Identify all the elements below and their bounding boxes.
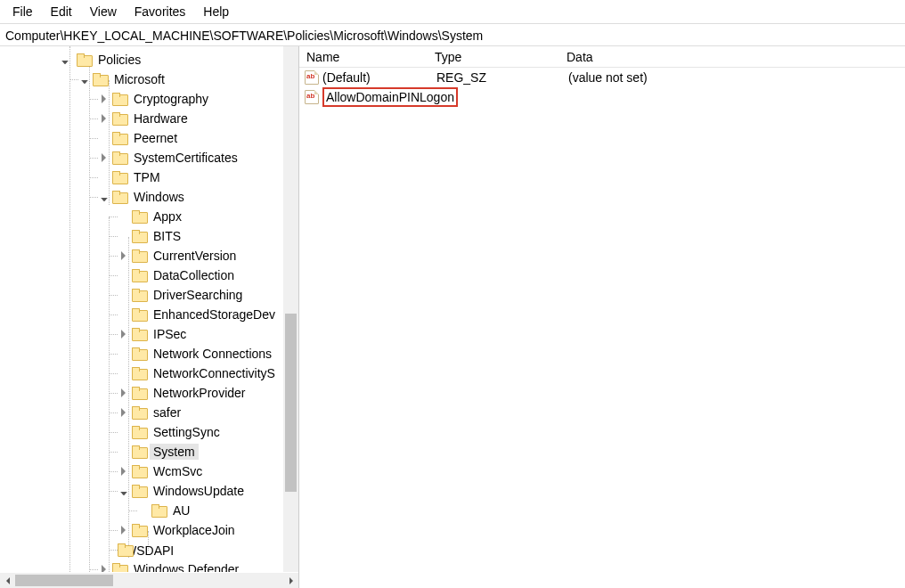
tree-item-wsdapi[interactable]: WSDAPI bbox=[0, 540, 298, 559]
tree-item-microsoft[interactable]: Microsoft bbox=[0, 69, 298, 89]
folder-icon bbox=[132, 465, 146, 478]
tree-item-windows[interactable]: Windows bbox=[0, 187, 298, 207]
chevron-down-icon[interactable] bbox=[78, 73, 91, 86]
folder-icon bbox=[132, 347, 146, 360]
menu-help[interactable]: Help bbox=[196, 4, 236, 20]
scrollbar-thumb[interactable] bbox=[15, 575, 113, 586]
tree-item-tpm[interactable]: TPM bbox=[0, 167, 298, 187]
tree-leaf-icon bbox=[118, 210, 130, 223]
registry-tree[interactable]: Policies Microsoft Cryptography bbox=[0, 46, 298, 572]
tree-item-wcmsvc[interactable]: WcmSvc bbox=[0, 461, 298, 481]
tree-item-safer[interactable]: safer bbox=[0, 403, 298, 422]
annotation-highlight: AllowDomainPINLogon bbox=[322, 87, 458, 107]
tree-item-networkprovider[interactable]: NetworkProvider bbox=[0, 383, 298, 403]
tree-item-workplacejoin[interactable]: WorkplaceJoin bbox=[0, 520, 298, 540]
tree-leaf-icon: WSDAPI bbox=[118, 543, 130, 556]
folder-icon bbox=[132, 249, 146, 262]
value-name: AllowDomainPINLogon bbox=[322, 87, 436, 107]
tree-label: DataCollection bbox=[150, 267, 238, 283]
tree-label: WorkplaceJoin bbox=[150, 522, 239, 538]
tree-label: Windows bbox=[130, 189, 188, 205]
tree-pane: Policies Microsoft Cryptography bbox=[0, 46, 299, 588]
tree-leaf-icon bbox=[118, 426, 130, 438]
tree-leaf-icon bbox=[98, 171, 110, 184]
folder-icon bbox=[112, 112, 126, 125]
menu-bar: File Edit View Favorites Help bbox=[0, 0, 905, 23]
folder-icon bbox=[151, 504, 166, 517]
folder-icon bbox=[93, 73, 107, 86]
tree-item-networkconnectivity[interactable]: NetworkConnectivityS bbox=[0, 363, 298, 383]
list-item[interactable]: ab AllowDomainPINLogon bbox=[299, 87, 905, 107]
folder-icon bbox=[132, 387, 146, 399]
tree-label: safer bbox=[150, 404, 184, 421]
menu-file[interactable]: File bbox=[5, 4, 40, 20]
chevron-right-icon[interactable] bbox=[118, 465, 130, 478]
list-header: Name Type Data bbox=[299, 46, 905, 68]
tree-leaf-icon bbox=[118, 230, 130, 242]
value-type: REG_SZ bbox=[436, 70, 568, 85]
chevron-right-icon[interactable] bbox=[98, 93, 110, 105]
scroll-right-button[interactable] bbox=[283, 573, 298, 588]
folder-icon bbox=[132, 445, 146, 458]
menu-favorites[interactable]: Favorites bbox=[127, 4, 193, 20]
chevron-right-icon[interactable] bbox=[98, 112, 110, 125]
tree-item-hardware[interactable]: Hardware bbox=[0, 109, 298, 128]
tree-item-networkconnections[interactable]: Network Connections bbox=[0, 344, 298, 363]
tree-horizontal-scrollbar[interactable] bbox=[0, 573, 298, 588]
tree-label: Cryptography bbox=[130, 91, 212, 107]
tree-item-windowsdefender[interactable]: Windows Defender bbox=[0, 559, 298, 572]
tree-label: BITS bbox=[150, 228, 184, 244]
column-header-type[interactable]: Type bbox=[435, 50, 567, 64]
tree-leaf-icon bbox=[118, 269, 130, 282]
tree-item-policies[interactable]: Policies bbox=[0, 50, 298, 69]
tree-label: NetworkConnectivityS bbox=[150, 365, 279, 381]
scroll-left-button[interactable] bbox=[0, 573, 15, 588]
tree-label: Microsoft bbox=[110, 71, 168, 87]
scrollbar-thumb[interactable] bbox=[285, 314, 297, 492]
chevron-right-icon[interactable] bbox=[118, 249, 130, 262]
address-bar[interactable]: Computer\HKEY_LOCAL_MACHINE\SOFTWARE\Pol… bbox=[0, 23, 905, 46]
folder-icon bbox=[112, 132, 126, 144]
folder-icon bbox=[132, 485, 146, 497]
tree-label: Policies bbox=[94, 52, 144, 68]
tree-item-settingsync[interactable]: SettingSync bbox=[0, 422, 298, 442]
folder-icon bbox=[132, 210, 146, 223]
chevron-down-icon[interactable] bbox=[59, 53, 71, 66]
tree-item-bits[interactable]: BITS bbox=[0, 226, 298, 246]
chevron-right-icon[interactable] bbox=[98, 151, 110, 164]
chevron-right-icon[interactable] bbox=[118, 524, 130, 536]
chevron-down-icon[interactable] bbox=[98, 191, 110, 203]
list-item[interactable]: ab (Default) REG_SZ (value not set) bbox=[299, 68, 905, 87]
tree-item-currentversion[interactable]: CurrentVersion bbox=[0, 246, 298, 265]
menu-edit[interactable]: Edit bbox=[44, 4, 79, 20]
menu-view[interactable]: View bbox=[83, 4, 124, 20]
tree-label: SystemCertificates bbox=[130, 150, 241, 166]
tree-item-appx[interactable]: Appx bbox=[0, 207, 298, 226]
folder-icon bbox=[132, 289, 146, 301]
tree-item-ipsec[interactable]: IPSec bbox=[0, 324, 298, 344]
tree-label: WcmSvc bbox=[150, 463, 206, 479]
folder-icon bbox=[132, 367, 146, 380]
chevron-down-icon[interactable] bbox=[118, 485, 130, 497]
tree-item-systemcertificates[interactable]: SystemCertificates bbox=[0, 148, 298, 167]
tree-item-driversearching[interactable]: DriverSearching bbox=[0, 285, 298, 305]
tree-vertical-scrollbar[interactable] bbox=[283, 46, 298, 572]
tree-item-enhancedstoragedev[interactable]: EnhancedStorageDev bbox=[0, 305, 298, 324]
chevron-right-icon[interactable] bbox=[118, 406, 130, 419]
tree-item-au[interactable]: AU bbox=[0, 501, 298, 520]
tree-item-cryptography[interactable]: Cryptography bbox=[0, 89, 298, 109]
tree-label: NetworkProvider bbox=[150, 385, 249, 401]
column-header-data[interactable]: Data bbox=[567, 50, 905, 64]
tree-item-windowsupdate[interactable]: WindowsUpdate bbox=[0, 481, 298, 501]
folder-icon bbox=[132, 426, 146, 438]
tree-item-datacollection[interactable]: DataCollection bbox=[0, 265, 298, 285]
chevron-right-icon[interactable] bbox=[118, 328, 130, 340]
tree-label: WindowsUpdate bbox=[150, 483, 248, 499]
tree-label: Appx bbox=[150, 208, 185, 225]
tree-item-peernet[interactable]: Peernet bbox=[0, 128, 298, 148]
chevron-right-icon[interactable] bbox=[98, 563, 110, 572]
tree-item-system[interactable]: System bbox=[0, 442, 298, 461]
tree-leaf-icon bbox=[137, 504, 150, 517]
column-header-name[interactable]: Name bbox=[299, 50, 435, 64]
chevron-right-icon[interactable] bbox=[118, 387, 130, 399]
